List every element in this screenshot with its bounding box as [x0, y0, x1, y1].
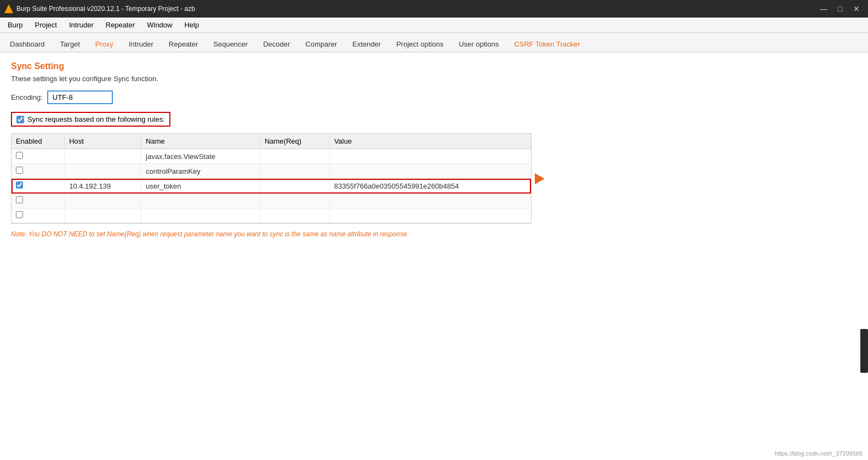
col-enabled: Enabled: [12, 134, 65, 149]
scrollbar-indicator: [860, 329, 868, 373]
tab-decoder[interactable]: Decoder: [255, 37, 298, 53]
tab-bar: Dashboard Target Proxy Intruder Repeater…: [0, 33, 868, 53]
menu-burp[interactable]: Burp: [2, 19, 28, 31]
checkbox-row-3[interactable]: [16, 196, 23, 203]
tab-comparer[interactable]: Comparer: [298, 37, 345, 53]
encoding-row: Encoding:: [11, 90, 857, 104]
menu-project[interactable]: Project: [29, 19, 62, 31]
cell-name-req-1: [260, 164, 329, 179]
cell-host-1: [65, 164, 141, 179]
cell-value-1: [329, 164, 531, 179]
tab-user-options[interactable]: User options: [451, 37, 506, 53]
cell-host-0: [65, 149, 141, 164]
menu-bar: Burp Project Intruder Repeater Window He…: [0, 18, 868, 33]
tab-sequencer[interactable]: Sequencer: [205, 37, 255, 53]
section-description: These settings let you configure Sync fu…: [11, 75, 857, 83]
close-button[interactable]: ✕: [849, 3, 864, 14]
title-bar-text: Burp Suite Professional v2020.12.1 - Tem…: [16, 5, 195, 13]
col-name-req: Name(Req): [260, 134, 329, 149]
rules-table-wrapper: Enabled Host Name Name(Req) Value javax.…: [11, 133, 532, 224]
checkbox-row-2[interactable]: [16, 181, 23, 189]
section-title: Sync Setting: [11, 61, 857, 71]
checkbox-row-0[interactable]: [16, 152, 23, 159]
table-row[interactable]: [12, 194, 531, 208]
cell-host-3: [65, 194, 141, 208]
cell-enabled-4[interactable]: [12, 208, 65, 223]
sync-checkbox[interactable]: [16, 116, 24, 123]
cell-host-2: 10.4.192.139: [65, 179, 141, 194]
cell-name-1: controlParamKey: [141, 164, 260, 179]
col-name: Name: [141, 134, 260, 149]
cell-name-req-2: [260, 179, 329, 194]
cell-value-3: [329, 194, 531, 208]
checkbox-row-4[interactable]: [16, 211, 23, 218]
encoding-label: Encoding:: [11, 93, 43, 101]
sync-checkbox-row: Sync requests based on the following rul…: [11, 112, 170, 127]
bottom-url: https://blog.csdn.net/r_37209586: [775, 450, 863, 457]
title-bar-controls: — □ ✕: [816, 3, 864, 14]
lightning-icon: [4, 4, 13, 13]
cell-enabled-1[interactable]: [12, 164, 65, 179]
title-bar: Burp Suite Professional v2020.12.1 - Tem…: [0, 0, 868, 18]
table-row[interactable]: javax.faces.ViewState: [12, 149, 531, 164]
cell-name-req-4: [260, 208, 329, 223]
cell-name-2: user_token: [141, 179, 260, 194]
cell-name-4: [141, 208, 260, 223]
cell-name-0: javax.faces.ViewState: [141, 149, 260, 164]
cell-host-4: [65, 208, 141, 223]
table-row[interactable]: 10.4.192.139user_token83355f766a0e035055…: [12, 179, 531, 194]
minimize-button[interactable]: —: [816, 3, 831, 14]
main-content: Sync Setting These settings let you conf…: [0, 53, 868, 460]
encoding-input[interactable]: [47, 90, 113, 104]
table-container: Enabled Host Name Name(Req) Value javax.…: [11, 133, 857, 224]
col-host: Host: [65, 134, 141, 149]
arrow-button-container: [532, 133, 545, 224]
tab-repeater[interactable]: Repeater: [161, 37, 205, 53]
tab-target[interactable]: Target: [53, 37, 88, 53]
cell-name-req-0: [260, 149, 329, 164]
sync-checkbox-label: Sync requests based on the following rul…: [27, 115, 165, 123]
menu-intruder[interactable]: Intruder: [64, 19, 99, 31]
menu-help[interactable]: Help: [179, 19, 204, 31]
col-value: Value: [329, 134, 531, 149]
cell-value-4: [329, 208, 531, 223]
title-bar-left: Burp Suite Professional v2020.12.1 - Tem…: [4, 4, 195, 13]
cell-value-0: [329, 149, 531, 164]
cell-enabled-3[interactable]: [12, 194, 65, 208]
arrow-right-button[interactable]: [535, 173, 545, 184]
tab-dashboard[interactable]: Dashboard: [2, 37, 53, 53]
table-row[interactable]: controlParamKey: [12, 164, 531, 179]
checkbox-row-1[interactable]: [16, 167, 23, 174]
menu-repeater[interactable]: Repeater: [100, 19, 140, 31]
tab-intruder[interactable]: Intruder: [121, 37, 161, 53]
note-text: Note: You DO NOT NEED to set Name(Req) w…: [11, 230, 857, 238]
cell-value-2: 83355f766a0e03505545991e260b4854: [329, 179, 531, 194]
cell-name-3: [141, 194, 260, 208]
tab-project-options[interactable]: Project options: [389, 37, 451, 53]
cell-name-req-3: [260, 194, 329, 208]
maximize-button[interactable]: □: [833, 3, 847, 14]
cell-enabled-0[interactable]: [12, 149, 65, 164]
table-header-row: Enabled Host Name Name(Req) Value: [12, 134, 531, 149]
tab-extender[interactable]: Extender: [345, 37, 389, 53]
menu-window[interactable]: Window: [141, 19, 178, 31]
rules-table: Enabled Host Name Name(Req) Value javax.…: [12, 134, 531, 223]
tab-proxy[interactable]: Proxy: [88, 37, 121, 53]
tab-csrf-token-tracker[interactable]: CSRF Token Tracker: [506, 37, 587, 53]
table-row[interactable]: [12, 208, 531, 223]
cell-enabled-2[interactable]: [12, 179, 65, 194]
